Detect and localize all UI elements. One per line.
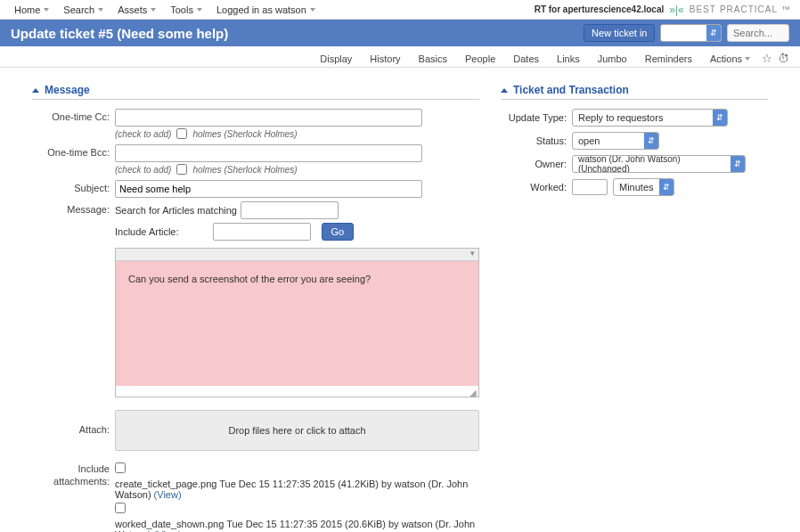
include-article-input[interactable]: [213, 223, 311, 241]
menu-search[interactable]: Search: [58, 3, 109, 17]
attachment-1-checkbox[interactable]: [115, 462, 126, 473]
owner-select[interactable]: watson (Dr. John Watson) (Unchanged)⇵: [572, 155, 746, 173]
tab-links[interactable]: Links: [550, 51, 587, 67]
menu-assets[interactable]: Assets: [112, 3, 161, 17]
update-type-select[interactable]: Reply to requestors⇵: [572, 109, 728, 127]
chevron-down-icon: [151, 8, 156, 12]
rt-for-label: RT for aperturescience42.local: [535, 4, 665, 14]
search-articles-input[interactable]: [241, 201, 339, 219]
status-select[interactable]: open⇵: [572, 132, 659, 150]
attach-label: Attach:: [32, 410, 115, 435]
ticket-tabs: Display History Basics People Dates Link…: [0, 46, 800, 68]
collapse-icon: [32, 88, 39, 93]
message-editor: ▾ ◢: [115, 248, 479, 397]
bcc-hint: (check to add): [115, 165, 171, 175]
chevron-down-icon: [197, 8, 202, 12]
tab-reminders[interactable]: Reminders: [638, 51, 699, 67]
attachment-2-checkbox[interactable]: [115, 503, 126, 513]
message-textarea[interactable]: [116, 261, 478, 386]
new-ticket-button[interactable]: New ticket in: [584, 24, 655, 42]
owner-label: Owner:: [501, 159, 572, 169]
top-menu: Home Search Assets Tools Logged in as wa…: [0, 0, 800, 20]
tab-basics[interactable]: Basics: [412, 51, 454, 67]
cc-hint: (check to add): [115, 129, 171, 139]
message-label: Message:: [32, 201, 115, 215]
worked-unit-select[interactable]: Minutes⇵: [613, 178, 674, 196]
title-bar: Update ticket #5 (Need some help) New ti…: [0, 20, 800, 46]
bcc-input[interactable]: [115, 144, 422, 162]
collapse-icon: [501, 88, 508, 93]
chevron-down-icon: [310, 8, 315, 12]
chevron-updown-icon: ⇵: [713, 110, 727, 126]
chevron-down-icon: [745, 57, 750, 61]
worked-label: Worked:: [501, 182, 572, 192]
chevron-down-icon: [98, 8, 103, 12]
include-article-label: Include Article:: [115, 226, 179, 237]
cc-label: One-time Cc:: [32, 109, 115, 122]
subject-label: Subject:: [32, 180, 115, 193]
menu-logged-in[interactable]: Logged in as watson: [211, 3, 321, 17]
tab-display[interactable]: Display: [313, 51, 359, 67]
logo: BESTPRACTICAL™: [690, 4, 791, 14]
bcc-label: One-time Bcc:: [32, 144, 115, 158]
cc-holmes-checkbox[interactable]: [176, 128, 187, 139]
tab-dates[interactable]: Dates: [506, 51, 546, 67]
go-button[interactable]: Go: [322, 223, 355, 241]
queue-select[interactable]: Support⇵: [660, 24, 722, 42]
bookmark-icon[interactable]: ☆: [761, 53, 773, 65]
chevron-updown-icon: ⇵: [706, 25, 721, 41]
update-type-label: Update Type:: [501, 112, 572, 123]
attachment-1-view-link[interactable]: (View): [154, 489, 182, 500]
tab-jumbo[interactable]: Jumbo: [591, 51, 634, 67]
menu-home[interactable]: Home: [9, 3, 54, 17]
bcc-holmes-checkbox[interactable]: [176, 164, 187, 175]
menu-tools[interactable]: Tools: [165, 3, 208, 17]
chevron-updown-icon: ⇵: [644, 133, 658, 149]
editor-toggle-icon[interactable]: ▾: [470, 249, 475, 258]
ticket-transaction-header[interactable]: Ticket and Transaction: [501, 84, 768, 100]
chevron-updown-icon: ⇵: [659, 179, 673, 195]
status-label: Status:: [501, 135, 572, 146]
ticket-transaction-panel: Ticket and Transaction Update Type: Repl…: [501, 84, 768, 201]
message-panel: Message One-time Cc: (check to add) holm…: [32, 84, 479, 532]
logo-chevron-icon: »|«: [669, 4, 683, 16]
page-title: Update ticket #5 (Need some help): [11, 26, 228, 41]
tab-history[interactable]: History: [363, 51, 407, 67]
subject-input[interactable]: [115, 180, 422, 198]
search-input[interactable]: [727, 24, 789, 42]
timer-icon[interactable]: ⏱: [777, 53, 789, 65]
message-header[interactable]: Message: [32, 84, 479, 100]
tab-people[interactable]: People: [458, 51, 502, 67]
chevron-updown-icon: ⇵: [731, 156, 745, 172]
worked-input[interactable]: [572, 179, 608, 195]
resize-handle-icon[interactable]: ◢: [116, 388, 478, 397]
chevron-down-icon: [44, 8, 49, 12]
include-attachments-label: Include attachments:: [32, 460, 115, 488]
bcc-holmes-label: holmes (Sherlock Holmes): [192, 165, 297, 175]
tab-actions[interactable]: Actions: [703, 51, 757, 67]
attach-dropzone[interactable]: Drop files here or click to attach: [115, 410, 479, 451]
cc-input[interactable]: [115, 109, 422, 127]
cc-holmes-label: holmes (Sherlock Holmes): [192, 129, 297, 139]
search-articles-label: Search for Articles matching: [115, 205, 237, 216]
